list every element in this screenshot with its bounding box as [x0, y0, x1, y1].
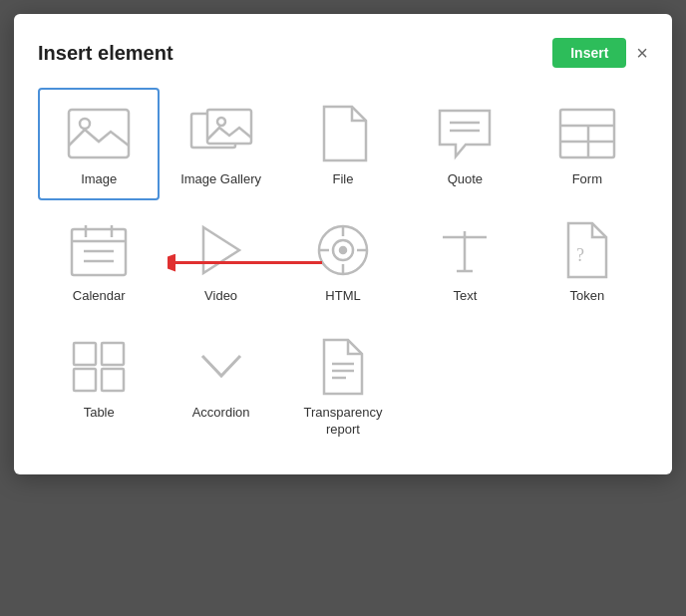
text-label: Text	[453, 288, 477, 305]
calendar-label: Calendar	[73, 288, 126, 305]
image-gallery-icon	[185, 104, 257, 163]
grid-item-image-gallery[interactable]: Image Gallery	[160, 88, 281, 200]
svg-rect-32	[102, 343, 124, 365]
accordion-icon	[185, 337, 257, 397]
file-label: File	[333, 171, 354, 188]
token-icon: ?	[551, 220, 623, 280]
svg-rect-31	[74, 343, 96, 365]
table-icon	[63, 337, 135, 397]
form-label: Form	[572, 171, 602, 188]
transparency-report-icon	[307, 337, 379, 397]
grid-item-image[interactable]: Image	[38, 88, 160, 200]
modal-header: Insert element Insert ×	[38, 38, 648, 68]
form-icon	[551, 104, 623, 163]
svg-point-3	[80, 119, 90, 129]
close-button[interactable]: ×	[636, 43, 648, 63]
transparency-report-label: Transparency report	[292, 405, 394, 439]
image-gallery-label: Image Gallery	[180, 171, 261, 188]
text-icon	[429, 220, 501, 280]
image-label: Image	[81, 171, 117, 188]
grid-item-quote[interactable]: Quote	[404, 88, 525, 200]
insert-element-modal: Insert element Insert ×	[14, 14, 672, 474]
modal-title: Insert element	[38, 42, 173, 65]
grid-item-text[interactable]: Text	[404, 204, 525, 317]
calendar-icon	[63, 220, 135, 280]
image-icon	[63, 104, 135, 163]
insert-button[interactable]: Insert	[552, 38, 626, 68]
svg-rect-34	[102, 369, 124, 391]
svg-rect-5	[207, 110, 251, 144]
svg-text:?: ?	[576, 245, 584, 265]
arrow-indicator	[168, 242, 327, 286]
grid-item-file[interactable]: File	[282, 88, 404, 200]
grid-item-transparency-report[interactable]: Transparency report	[282, 321, 404, 451]
grid-item-token[interactable]: ? Token	[526, 204, 648, 317]
accordion-label: Accordion	[192, 405, 250, 422]
grid-item-calendar[interactable]: Calendar	[38, 204, 160, 317]
html-label: HTML	[325, 288, 360, 305]
svg-point-26	[340, 247, 346, 253]
quote-icon	[429, 104, 501, 163]
grid-item-form[interactable]: Form	[526, 88, 648, 200]
svg-rect-2	[69, 110, 129, 157]
video-label: Video	[204, 288, 237, 305]
file-icon	[307, 104, 379, 163]
element-grid: Image Image Gallery	[38, 88, 648, 451]
quote-label: Quote	[448, 171, 483, 188]
token-label: Token	[569, 288, 604, 305]
grid-item-table[interactable]: Table	[38, 321, 160, 451]
svg-rect-33	[74, 369, 96, 391]
table-label: Table	[84, 405, 115, 422]
grid-item-accordion[interactable]: Accordion	[160, 321, 281, 451]
modal-header-actions: Insert ×	[552, 38, 648, 68]
